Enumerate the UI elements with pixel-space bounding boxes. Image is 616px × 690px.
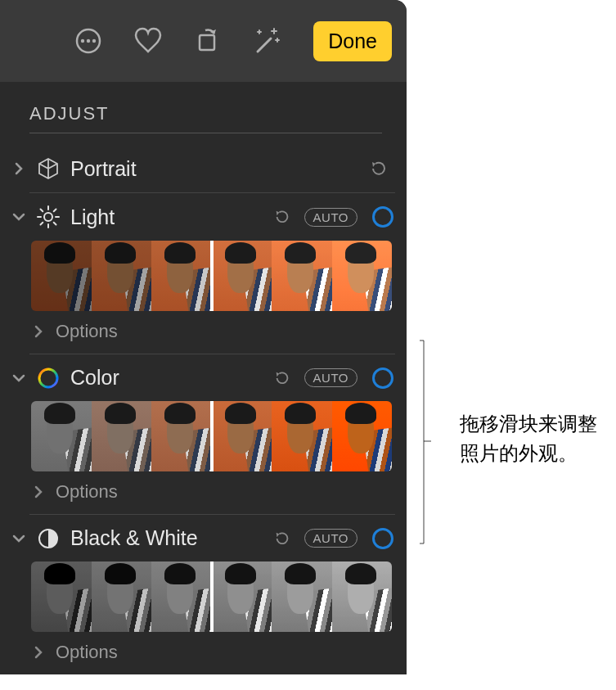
preview-thumb <box>212 401 272 471</box>
row-label-color: Color <box>70 366 265 390</box>
preview-thumb <box>332 241 393 311</box>
bw-preview-slider[interactable] <box>31 561 392 632</box>
options-bw[interactable]: Options <box>0 632 407 674</box>
slider-indicator[interactable] <box>210 401 214 471</box>
toggle-circle-light[interactable] <box>372 206 393 228</box>
callout-text: 拖移滑块来调整 照片的外观。 <box>460 409 597 468</box>
chevron-down-icon <box>11 374 26 382</box>
options-label: Options <box>56 642 118 663</box>
chevron-right-icon <box>33 485 44 498</box>
done-button[interactable]: Done <box>313 21 392 61</box>
svg-point-1 <box>81 39 84 43</box>
preview-thumb <box>151 401 212 471</box>
chevron-right-icon <box>11 162 26 175</box>
row-label-light: Light <box>70 205 265 229</box>
adjust-panel: Done ADJUST Portrait Light AUTO <box>0 0 407 674</box>
preview-thumb <box>151 561 212 632</box>
preview-thumb <box>212 241 272 311</box>
svg-point-5 <box>44 213 52 221</box>
row-label-bw: Black & White <box>70 526 265 550</box>
section-header: ADJUST <box>0 82 407 145</box>
half-circle-icon <box>34 528 62 549</box>
row-label-portrait: Portrait <box>70 157 361 181</box>
auto-button-bw[interactable]: AUTO <box>304 529 357 548</box>
reset-arrow-icon[interactable] <box>273 530 291 548</box>
preview-thumb <box>212 561 272 632</box>
preview-thumb <box>92 561 152 632</box>
preview-thumb <box>31 561 92 632</box>
light-preview-slider[interactable] <box>31 241 392 311</box>
options-label: Options <box>56 481 118 503</box>
preview-thumb <box>151 241 212 311</box>
slider-indicator[interactable] <box>210 561 214 632</box>
light-sun-icon <box>34 205 62 229</box>
section-title: ADJUST <box>29 103 382 133</box>
options-light[interactable]: Options <box>0 311 407 354</box>
svg-rect-4 <box>200 35 214 50</box>
svg-line-13 <box>54 210 56 212</box>
heart-icon[interactable] <box>133 27 163 55</box>
preview-thumb <box>92 401 152 471</box>
preview-thumb <box>332 561 393 632</box>
reset-arrow-icon[interactable] <box>369 159 389 178</box>
preview-thumb <box>272 561 332 632</box>
enhance-wand-icon[interactable] <box>253 27 282 55</box>
chevron-right-icon <box>33 325 44 338</box>
row-portrait[interactable]: Portrait <box>0 145 407 192</box>
chevron-down-icon <box>11 534 26 543</box>
callout-line2: 照片的外观。 <box>460 439 597 468</box>
row-color[interactable]: Color AUTO <box>0 354 407 401</box>
options-label: Options <box>56 321 118 342</box>
cube-icon <box>34 156 62 181</box>
reset-arrow-icon[interactable] <box>273 208 291 226</box>
preview-thumb <box>332 401 393 471</box>
editor-toolbar: Done <box>0 0 407 82</box>
row-bw[interactable]: Black & White AUTO <box>0 515 407 561</box>
auto-button-color[interactable]: AUTO <box>304 368 357 387</box>
toggle-circle-bw[interactable] <box>372 528 393 549</box>
row-light[interactable]: Light AUTO <box>0 193 407 241</box>
color-ring-icon <box>34 367 62 390</box>
slider-indicator[interactable] <box>210 241 214 311</box>
svg-point-3 <box>92 39 96 43</box>
rotate-crop-icon[interactable] <box>194 27 222 55</box>
callout-line1: 拖移滑块来调整 <box>460 409 597 439</box>
preview-thumb <box>31 241 92 311</box>
chevron-down-icon <box>11 213 26 221</box>
svg-point-2 <box>87 39 90 43</box>
svg-line-12 <box>41 223 43 225</box>
preview-thumb <box>92 241 152 311</box>
reset-arrow-icon[interactable] <box>273 369 291 387</box>
callout-bracket-icon <box>419 237 435 647</box>
color-preview-slider[interactable] <box>31 401 392 471</box>
chevron-right-icon <box>33 646 44 659</box>
auto-button-light[interactable]: AUTO <box>304 208 357 227</box>
svg-point-14 <box>39 369 57 387</box>
toggle-circle-color[interactable] <box>372 368 393 389</box>
svg-line-10 <box>41 210 43 212</box>
preview-thumb <box>272 401 332 471</box>
options-color[interactable]: Options <box>0 471 407 514</box>
svg-line-11 <box>54 223 56 225</box>
preview-thumb <box>272 241 332 311</box>
more-icon[interactable] <box>74 27 102 55</box>
preview-thumb <box>31 401 92 471</box>
